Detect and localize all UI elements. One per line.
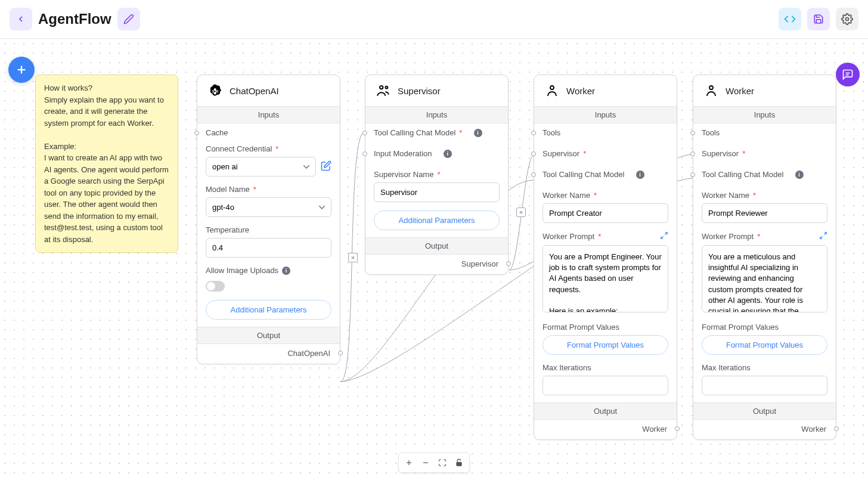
node-worker-1[interactable]: Worker Inputs Tools Supervisor* Tool Cal…: [534, 75, 677, 440]
max-iter-label: Max Iterations: [542, 363, 668, 372]
svg-rect-16: [457, 462, 461, 466]
pencil-square-icon: [321, 160, 331, 171]
add-node-button[interactable]: [8, 57, 35, 83]
worker-icon: [703, 82, 720, 99]
fit-view-button[interactable]: [435, 456, 450, 470]
worker-prompt-textarea[interactable]: You are a meticulous and insightful AI s…: [702, 245, 827, 312]
node-supervisor[interactable]: Supervisor Inputs Tool Calling Chat Mode…: [365, 75, 509, 275]
output-section: Output: [534, 402, 677, 420]
tools-label: Tools: [702, 128, 827, 137]
svg-point-5: [380, 86, 383, 89]
back-button[interactable]: [10, 8, 32, 30]
sticky-note[interactable]: How it works? Simply explain the app you…: [35, 75, 178, 253]
output-label: Worker: [534, 420, 677, 439]
worker-prompt-label: Worker Prompt*: [542, 232, 601, 241]
output-label: ChatOpenAI: [197, 344, 340, 364]
flow-canvas[interactable]: × × How it works? Simply explain the app…: [0, 39, 868, 480]
tool-model-label: Tool Calling Chat Model* i: [374, 128, 500, 137]
format-values-button[interactable]: Format Prompt Values: [702, 335, 827, 355]
format-values-label: Format Prompt Values: [542, 323, 668, 332]
inputs-section: Inputs: [197, 106, 340, 123]
port-moderation[interactable]: [362, 151, 367, 156]
supervisor-label: Supervisor*: [702, 149, 827, 158]
info-icon[interactable]: i: [474, 129, 482, 137]
worker-prompt-textarea[interactable]: You are a Prompt Engineer. Your job is t…: [542, 245, 668, 312]
moderation-label: Input Moderation i: [374, 149, 500, 158]
svg-point-7: [550, 86, 554, 89]
edge-delete-button[interactable]: ×: [516, 208, 526, 217]
code-icon: [784, 13, 796, 25]
chat-icon: [842, 69, 854, 80]
port-cache[interactable]: [194, 131, 199, 135]
supervisor-name-input[interactable]: [374, 182, 500, 202]
format-values-button[interactable]: Format Prompt Values: [542, 335, 668, 355]
output-section: Output: [693, 402, 836, 420]
save-icon: [813, 14, 824, 24]
port-output[interactable]: [338, 351, 343, 355]
port-supervisor[interactable]: [690, 151, 695, 156]
zoom-out-button[interactable]: [418, 456, 433, 470]
svg-point-6: [385, 86, 388, 89]
supervisor-name-label: Supervisor Name*: [374, 170, 500, 179]
max-iter-input[interactable]: [542, 376, 668, 395]
info-icon[interactable]: i: [636, 171, 644, 179]
zoom-in-button[interactable]: [401, 456, 417, 470]
temperature-label: Temperature: [206, 225, 331, 234]
output-section: Output: [197, 327, 340, 344]
port-output[interactable]: [506, 261, 511, 266]
allow-image-toggle[interactable]: [206, 281, 225, 292]
chat-button[interactable]: [836, 63, 860, 86]
tools-label: Tools: [542, 128, 668, 137]
expand-icon[interactable]: [819, 231, 827, 241]
output-label: Supervisor: [365, 255, 508, 274]
port-tool-model[interactable]: [690, 172, 695, 177]
worker-icon: [544, 82, 560, 99]
port-tools[interactable]: [531, 131, 536, 135]
node-worker-2[interactable]: Worker Inputs Tools Supervisor* Tool Cal…: [693, 75, 836, 440]
expand-icon[interactable]: [660, 231, 668, 241]
edit-title-button[interactable]: [117, 8, 140, 30]
worker-name-label: Worker Name*: [702, 191, 827, 200]
svg-point-0: [846, 18, 849, 21]
info-icon[interactable]: i: [795, 171, 804, 179]
max-iter-input[interactable]: [702, 376, 827, 395]
node-chatopenai[interactable]: ChatOpenAI Inputs Cache Connect Credenti…: [197, 75, 340, 364]
port-output[interactable]: [675, 426, 680, 431]
plus-icon: [15, 63, 28, 76]
port-tools[interactable]: [690, 131, 695, 135]
additional-params-button[interactable]: Additional Parameters: [206, 300, 331, 320]
node-title: Worker: [566, 86, 595, 96]
temperature-input[interactable]: [206, 238, 331, 258]
info-icon[interactable]: i: [282, 267, 290, 275]
edge-delete-button[interactable]: ×: [348, 253, 358, 262]
chevron-left-icon: [16, 14, 26, 24]
lock-button[interactable]: [451, 456, 467, 470]
credential-select[interactable]: open ai: [206, 157, 316, 176]
svg-line-12: [820, 236, 823, 239]
tool-model-label: Tool Calling Chat Model i: [702, 170, 827, 179]
port-supervisor[interactable]: [531, 151, 536, 156]
node-title: Supervisor: [398, 86, 441, 96]
worker-name-input[interactable]: [702, 203, 827, 223]
save-button[interactable]: [807, 8, 830, 30]
credential-label: Connect Credential*: [206, 144, 331, 153]
svg-line-9: [661, 236, 664, 239]
output-label: Worker: [693, 420, 836, 439]
model-select[interactable]: gpt-4o: [206, 197, 331, 217]
worker-name-input[interactable]: [542, 203, 668, 223]
port-tool-model[interactable]: [531, 172, 536, 177]
port-tool-model[interactable]: [362, 131, 367, 135]
max-iter-label: Max Iterations: [702, 363, 827, 372]
port-output[interactable]: [834, 426, 839, 431]
supervisor-label: Supervisor*: [542, 149, 668, 158]
svg-line-11: [824, 233, 826, 235]
info-icon[interactable]: i: [444, 150, 452, 158]
settings-button[interactable]: [836, 8, 858, 30]
code-view-button[interactable]: [779, 8, 801, 30]
additional-params-button[interactable]: Additional Parameters: [374, 210, 500, 230]
svg-point-10: [709, 86, 713, 89]
cache-label: Cache: [206, 128, 331, 137]
minus-icon: [421, 459, 430, 467]
edit-credential-icon[interactable]: [321, 160, 331, 173]
svg-line-8: [665, 233, 667, 235]
